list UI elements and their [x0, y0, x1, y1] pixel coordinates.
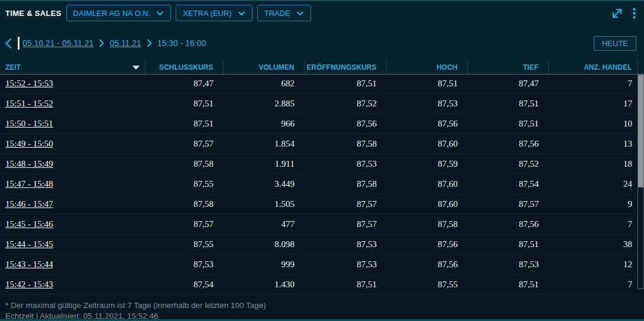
table-row: 15:51 - 15:52 87,51 2.885 87,52 87,53 87… — [0, 94, 637, 114]
chevron-left-icon[interactable] — [4, 38, 14, 49]
schlusskurs-cell: 87,51 — [145, 114, 223, 134]
time-range-link[interactable]: 15:42 - 15:43 — [5, 280, 53, 289]
anz-handel-cell: 7 — [548, 275, 637, 295]
time-range-link[interactable]: 15:44 - 15:45 — [5, 239, 53, 249]
table-row: 15:47 - 15:48 87,55 3.449 87,58 87,60 87… — [0, 174, 637, 194]
anz-handel-cell: 17 — [548, 94, 637, 114]
heute-button[interactable]: HEUTE — [594, 36, 636, 51]
column-header-hoch[interactable]: HOCH — [386, 60, 467, 74]
exchange-dropdown-label: XETRA (EUR) — [183, 9, 231, 18]
widget-title: TIME & SALES — [5, 9, 62, 18]
zeit-cell: 15:45 - 15:46 — [0, 215, 145, 235]
column-header-eroeffnungskurs[interactable]: ERÖFFNUNGSKURS — [304, 60, 386, 74]
expand-icon[interactable] — [611, 7, 623, 20]
zeit-cell: 15:50 - 15:51 — [0, 114, 145, 134]
tief-cell: 87,56 — [467, 215, 548, 235]
zeit-cell: 15:46 - 15:47 — [0, 194, 145, 215]
exchange-dropdown[interactable]: XETRA (EUR) — [176, 5, 252, 21]
tief-cell: 87,57 — [467, 194, 548, 215]
time-range-link[interactable]: 15:49 - 15:50 — [5, 139, 53, 148]
tief-cell: 87,51 — [467, 235, 548, 255]
volumen-cell: 966 — [223, 114, 304, 134]
time-range-link[interactable]: 15:45 - 15:46 — [5, 219, 53, 229]
zeit-cell: 15:48 - 15:49 — [0, 154, 145, 174]
tief-cell: 87,51 — [467, 94, 548, 114]
volumen-cell: 477 — [223, 215, 304, 235]
volumen-cell: 3.449 — [223, 174, 304, 194]
zeit-cell: 15:42 - 15:43 — [0, 275, 145, 295]
column-header-label: ZEIT — [5, 63, 21, 72]
trade-type-dropdown[interactable]: TRADE — [257, 5, 311, 21]
table-row: 15:49 - 15:50 87,57 1.854 87,58 87,60 87… — [0, 134, 637, 154]
chevron-right-icon — [99, 39, 104, 47]
eroeffnungskurs-cell: 87,57 — [304, 194, 386, 215]
eroeffnungskurs-cell: 87,56 — [304, 114, 386, 134]
anz-handel-cell: 38 — [548, 235, 637, 255]
anz-handel-cell: 9 — [548, 194, 637, 215]
footer-note: * Der maximal gültige Zeitraum ist 7 Tag… — [5, 300, 644, 311]
hoch-cell: 87,56 — [386, 235, 467, 255]
time-range-link[interactable]: 15:47 - 15:48 — [5, 179, 53, 189]
chevron-down-icon — [238, 9, 245, 18]
hoch-cell: 87,53 — [386, 94, 467, 114]
column-header-anz-handel[interactable]: ANZ. HANDEL — [548, 60, 637, 74]
schlusskurs-cell: 87,54 — [145, 275, 223, 295]
table-header: ZEIT SCHLUSSKURS VOLUMEN ERÖFFNUNGSKURS … — [0, 60, 637, 74]
table-row: 15:44 - 15:45 87,55 8.098 87,53 87,56 87… — [0, 235, 637, 255]
vertical-scrollbar[interactable] — [637, 74, 644, 289]
hoch-cell: 87,59 — [386, 154, 467, 174]
sort-descending-triangle-icon — [132, 66, 140, 70]
column-header-volumen[interactable]: VOLUMEN — [223, 60, 304, 74]
tief-cell: 87,51 — [467, 114, 548, 134]
chevron-down-icon — [296, 9, 304, 18]
date-range-link[interactable]: 05.10.21 - 05.11.21 — [22, 38, 93, 48]
schlusskurs-cell: 87,51 — [145, 94, 223, 114]
anz-handel-cell: 7 — [548, 74, 637, 94]
volumen-cell: 1.911 — [223, 154, 304, 174]
table-row: 15:52 - 15:53 87,47 682 87,51 87,51 87,4… — [0, 74, 637, 94]
column-header-zeit[interactable]: ZEIT — [0, 60, 145, 74]
volumen-cell: 1.854 — [223, 134, 304, 154]
zeit-cell: 15:49 - 15:50 — [0, 134, 145, 154]
kebab-menu-icon[interactable] — [633, 8, 636, 19]
schlusskurs-cell: 87,53 — [145, 255, 223, 275]
schlusskurs-cell: 87,57 — [145, 134, 223, 154]
trade-type-dropdown-label: TRADE — [264, 9, 290, 18]
anz-handel-cell: 24 — [548, 174, 637, 194]
eroeffnungskurs-cell: 87,58 — [304, 174, 386, 194]
anz-handel-cell: 18 — [548, 154, 637, 174]
top-border — [0, 0, 644, 1]
time-and-sales-table: ZEIT SCHLUSSKURS VOLUMEN ERÖFFNUNGSKURS … — [0, 60, 638, 295]
table-row: 15:50 - 15:51 87,51 966 87,56 87,56 87,5… — [0, 114, 637, 134]
tief-cell: 87,47 — [467, 74, 548, 94]
scrollbar-thumb[interactable] — [638, 75, 643, 187]
volumen-cell: 1.430 — [223, 275, 304, 295]
eroeffnungskurs-cell: 87,57 — [304, 215, 386, 235]
time-range-link[interactable]: 15:50 - 15:51 — [5, 119, 53, 128]
column-header-schlusskurs[interactable]: SCHLUSSKURS — [145, 60, 223, 74]
time-range-link[interactable]: 15:48 - 15:49 — [5, 159, 53, 168]
column-header-tief[interactable]: TIEF — [467, 60, 548, 74]
time-range-link[interactable]: 15:43 - 15:44 — [5, 260, 53, 269]
schlusskurs-cell: 87,57 — [145, 215, 223, 235]
tief-cell: 87,51 — [467, 275, 548, 295]
time-range-label: 15:30 - 16:00 — [157, 38, 206, 48]
hoch-cell: 87,56 — [386, 255, 467, 275]
tief-cell: 87,52 — [467, 154, 548, 174]
table-row: 15:48 - 15:49 87,58 1.911 87,53 87,59 87… — [0, 154, 637, 174]
schlusskurs-cell: 87,58 — [145, 194, 223, 215]
schlusskurs-cell: 87,47 — [145, 74, 223, 94]
chevron-right-icon — [147, 39, 152, 47]
tief-cell: 87,54 — [467, 174, 548, 194]
time-range-link[interactable]: 15:52 - 15:53 — [5, 79, 53, 88]
hoch-cell: 87,60 — [386, 174, 467, 194]
time-range-link[interactable]: 15:51 - 15:52 — [5, 99, 53, 108]
eroeffnungskurs-cell: 87,51 — [304, 74, 386, 94]
volumen-cell: 2.885 — [223, 94, 304, 114]
instrument-dropdown[interactable]: DAIMLER AG NA O.N. — [66, 5, 171, 21]
date-link[interactable]: 05.11.21 — [109, 38, 141, 48]
eroeffnungskurs-cell: 87,53 — [304, 154, 386, 174]
time-range-link[interactable]: 15:46 - 15:47 — [5, 199, 53, 209]
cursor-bar — [18, 37, 20, 50]
anz-handel-cell: 7 — [548, 215, 637, 235]
